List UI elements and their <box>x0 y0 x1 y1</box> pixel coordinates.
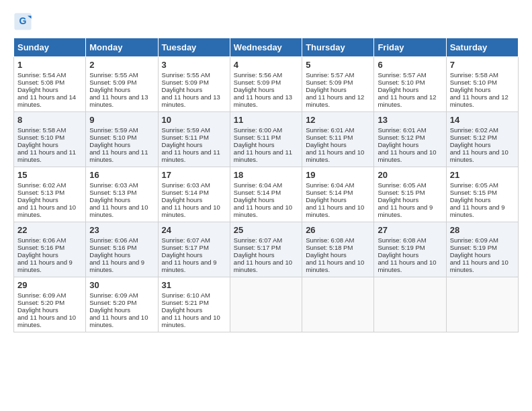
daylight-label: Daylight hours <box>234 86 275 93</box>
sunset: Sunset: 5:19 PM <box>378 244 425 251</box>
daylight-label: Daylight hours <box>234 196 275 203</box>
sunrise: Sunrise: 6:06 AM <box>89 236 138 244</box>
sunset: Sunset: 5:10 PM <box>17 134 64 141</box>
daylight-value: and 11 hours and 10 minutes. <box>306 203 364 218</box>
daylight-value: and 11 hours and 10 minutes. <box>89 314 148 328</box>
sunset: Sunset: 5:10 PM <box>89 134 136 141</box>
day-cell: 18Sunrise: 6:04 AMSunset: 5:14 PMDayligh… <box>230 167 302 222</box>
day-number: 6 <box>378 60 442 70</box>
day-cell: 15Sunrise: 6:02 AMSunset: 5:13 PMDayligh… <box>14 167 86 222</box>
day-cell: 19Sunrise: 6:04 AMSunset: 5:14 PMDayligh… <box>302 167 374 222</box>
sunset: Sunset: 5:21 PM <box>162 299 209 306</box>
daylight-value: and 11 hours and 12 minutes. <box>450 93 508 108</box>
sunrise: Sunrise: 6:02 AM <box>17 181 66 189</box>
day-cell: 24Sunrise: 6:07 AMSunset: 5:17 PMDayligh… <box>158 222 230 277</box>
sunrise: Sunrise: 6:05 AM <box>450 181 498 189</box>
daylight-label: Daylight hours <box>89 141 130 148</box>
daylight-value: and 11 hours and 9 minutes. <box>89 259 144 273</box>
day-cell: 17Sunrise: 6:03 AMSunset: 5:14 PMDayligh… <box>158 167 230 222</box>
sunset: Sunset: 5:20 PM <box>17 299 64 306</box>
sunrise: Sunrise: 6:00 AM <box>234 126 282 134</box>
header-saturday: Saturday <box>446 38 518 57</box>
sunrise: Sunrise: 6:01 AM <box>378 126 426 134</box>
day-number: 4 <box>234 60 298 70</box>
daylight-label: Daylight hours <box>162 306 203 314</box>
sunset: Sunset: 5:11 PM <box>234 134 281 141</box>
day-number: 13 <box>378 115 442 125</box>
day-cell: 22Sunrise: 6:06 AMSunset: 5:16 PMDayligh… <box>14 222 86 277</box>
sunrise: Sunrise: 5:54 AM <box>17 71 66 79</box>
day-cell <box>446 277 518 332</box>
sunset: Sunset: 5:18 PM <box>306 244 353 251</box>
daylight-label: Daylight hours <box>306 251 347 259</box>
sunset: Sunset: 5:14 PM <box>306 189 353 196</box>
header: G <box>13 12 519 31</box>
sunrise: Sunrise: 5:58 AM <box>450 71 498 79</box>
daylight-value: and 11 hours and 10 minutes. <box>162 314 220 328</box>
sunrise: Sunrise: 6:03 AM <box>89 181 138 189</box>
day-cell: 31Sunrise: 6:10 AMSunset: 5:21 PMDayligh… <box>158 277 230 332</box>
day-number: 17 <box>162 170 226 180</box>
day-cell: 11Sunrise: 6:00 AMSunset: 5:11 PMDayligh… <box>230 112 302 167</box>
sunset: Sunset: 5:10 PM <box>378 79 425 86</box>
sunrise: Sunrise: 5:57 AM <box>306 71 354 79</box>
daylight-label: Daylight hours <box>450 141 491 148</box>
logo: G <box>13 12 35 31</box>
sunrise: Sunrise: 6:10 AM <box>162 291 210 299</box>
daylight-value: and 11 hours and 13 minutes. <box>234 93 292 108</box>
daylight-label: Daylight hours <box>17 306 58 314</box>
daylight-value: and 11 hours and 10 minutes. <box>450 148 508 163</box>
calendar-table: SundayMondayTuesdayWednesdayThursdayFrid… <box>13 38 519 332</box>
daylight-label: Daylight hours <box>378 86 418 93</box>
sunset: Sunset: 5:09 PM <box>162 79 209 86</box>
daylight-label: Daylight hours <box>17 86 58 93</box>
day-number: 30 <box>89 280 154 290</box>
daylight-value: and 11 hours and 10 minutes. <box>17 314 76 328</box>
day-number: 9 <box>89 115 154 125</box>
sunset: Sunset: 5:15 PM <box>450 189 497 196</box>
day-cell: 5Sunrise: 5:57 AMSunset: 5:09 PMDaylight… <box>302 57 374 112</box>
sunset: Sunset: 5:16 PM <box>89 244 136 251</box>
day-number: 31 <box>162 280 226 290</box>
day-cell: 9Sunrise: 5:59 AMSunset: 5:10 PMDaylight… <box>86 112 158 167</box>
day-cell <box>374 277 446 332</box>
day-number: 14 <box>450 115 515 125</box>
daylight-label: Daylight hours <box>450 86 491 93</box>
sunrise: Sunrise: 6:09 AM <box>17 291 66 299</box>
sunset: Sunset: 5:17 PM <box>162 244 209 251</box>
sunset: Sunset: 5:17 PM <box>234 244 281 251</box>
day-number: 28 <box>450 225 515 235</box>
daylight-value: and 11 hours and 11 minutes. <box>89 148 148 163</box>
daylight-value: and 11 hours and 10 minutes. <box>162 203 220 218</box>
header-row: SundayMondayTuesdayWednesdayThursdayFrid… <box>14 38 519 57</box>
daylight-value: and 11 hours and 10 minutes. <box>306 259 364 273</box>
day-cell: 2Sunrise: 5:55 AMSunset: 5:09 PMDaylight… <box>86 57 158 112</box>
day-cell: 27Sunrise: 6:08 AMSunset: 5:19 PMDayligh… <box>374 222 446 277</box>
day-cell: 20Sunrise: 6:05 AMSunset: 5:15 PMDayligh… <box>374 167 446 222</box>
day-number: 2 <box>89 60 154 70</box>
daylight-label: Daylight hours <box>306 86 347 93</box>
sunrise: Sunrise: 6:04 AM <box>306 181 354 189</box>
day-number: 23 <box>89 225 154 235</box>
header-thursday: Thursday <box>302 38 374 57</box>
day-cell: 12Sunrise: 6:01 AMSunset: 5:11 PMDayligh… <box>302 112 374 167</box>
day-number: 29 <box>17 280 82 290</box>
day-number: 21 <box>450 170 515 180</box>
sunrise: Sunrise: 6:09 AM <box>89 291 138 299</box>
day-cell: 10Sunrise: 5:59 AMSunset: 5:11 PMDayligh… <box>158 112 230 167</box>
header-wednesday: Wednesday <box>230 38 302 57</box>
sunset: Sunset: 5:16 PM <box>17 244 64 251</box>
day-cell: 8Sunrise: 5:58 AMSunset: 5:10 PMDaylight… <box>14 112 86 167</box>
day-cell <box>230 277 302 332</box>
day-number: 22 <box>17 225 82 235</box>
sunrise: Sunrise: 5:55 AM <box>89 71 138 79</box>
sunset: Sunset: 5:09 PM <box>306 79 353 86</box>
daylight-value: and 11 hours and 9 minutes. <box>378 203 433 218</box>
daylight-label: Daylight hours <box>378 141 418 148</box>
day-cell <box>302 277 374 332</box>
day-number: 24 <box>162 225 226 235</box>
daylight-label: Daylight hours <box>89 251 130 259</box>
daylight-value: and 11 hours and 11 minutes. <box>17 148 76 163</box>
day-number: 19 <box>306 170 370 180</box>
daylight-label: Daylight hours <box>234 141 275 148</box>
